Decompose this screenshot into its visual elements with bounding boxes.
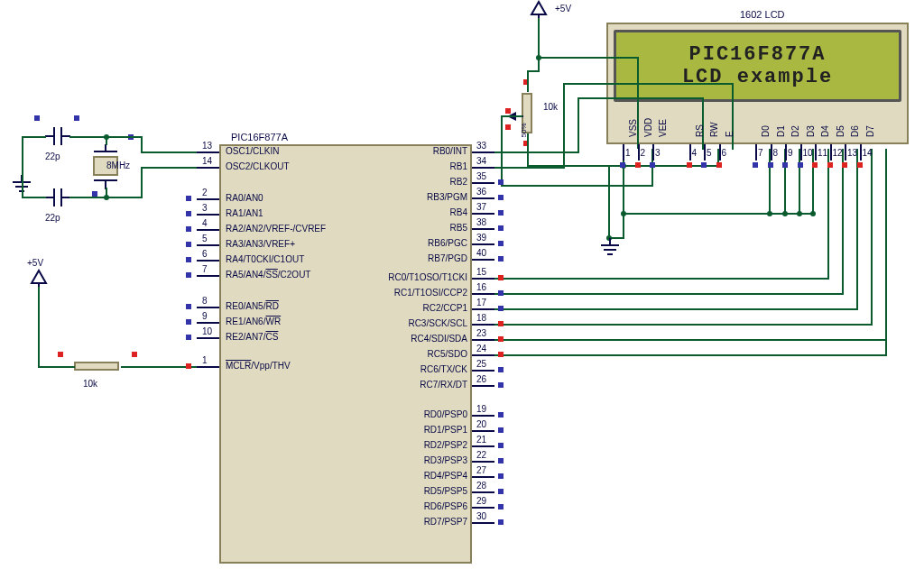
lcd-line1: PIC16F877A: [688, 43, 826, 66]
pin-term-5: [186, 242, 191, 247]
pin-label-16: RC1/T1OSI/CCP2: [394, 288, 467, 298]
mcu-title: PIC16F877A: [231, 132, 288, 142]
pin-term-19: [498, 412, 504, 418]
pin-num-8: 8: [202, 296, 208, 306]
lcd-pin-num-14: 14: [863, 148, 873, 158]
svg-marker-2: [32, 271, 46, 283]
pin-term-7: [186, 272, 191, 278]
pin-label-17: RC2/CCP1: [423, 303, 467, 313]
pin-label-26: RC7/RX/DT: [420, 380, 467, 390]
pin-num-5: 5: [202, 234, 208, 243]
r-mclr-label: 10k: [83, 379, 97, 389]
pin-label-3: RA1/AN1: [226, 208, 263, 218]
lcd-pin-term-10: [798, 162, 803, 168]
pin-label-24: RC5/SDO: [428, 349, 467, 359]
pin-label-10: RE2/AN7/CS: [226, 332, 278, 342]
pin-term-36: [498, 195, 504, 200]
lcd-pin-term-2: [635, 162, 641, 168]
pin-label-7: RA5/AN4/SS/C2OUT: [226, 270, 310, 280]
lcd-pin-term-5: [701, 162, 707, 168]
pin-label-39: RB6/PGC: [428, 238, 467, 248]
pin-label-25: RC6/TX/CK: [420, 364, 467, 374]
pin-label-33: RB0/INT: [433, 146, 467, 156]
pin-term-25: [498, 367, 504, 372]
pin-num-15: 15: [476, 267, 486, 277]
pin-num-25: 25: [476, 359, 486, 369]
pin-label-23: RC4/SDI/SDA: [411, 334, 467, 344]
lcd-pin-label-D6: D6: [850, 125, 860, 137]
pin-num-34: 34: [476, 156, 486, 166]
pot-label: 10k: [543, 102, 558, 112]
pin-num-10: 10: [202, 326, 212, 336]
lcd-pin-label-RS: RS: [695, 124, 705, 137]
pin-num-9: 9: [202, 311, 208, 321]
lcd-pin-num-10: 10: [803, 148, 813, 158]
pin-num-39: 39: [476, 233, 486, 243]
lcd-pin-num-7: 7: [758, 148, 763, 158]
lcd-pin-label-D2: D2: [790, 125, 800, 137]
resistor-mclr: [74, 362, 119, 371]
pin-label-36: RB3/PGM: [427, 192, 467, 202]
pin-num-17: 17: [476, 298, 486, 307]
pin-label-35: RB2: [450, 177, 467, 187]
pin-term-29: [498, 504, 504, 509]
pin-term-30: [498, 519, 504, 525]
pin-term-17: [498, 306, 504, 311]
pin-label-19: RD0/PSP0: [424, 409, 467, 419]
lcd-pin-num-12: 12: [833, 148, 843, 158]
lcd-pin-label-D4: D4: [820, 125, 830, 137]
pin-label-6: RA4/T0CKI/C1OUT: [226, 254, 304, 264]
pin-num-3: 3: [202, 203, 208, 213]
pin-term-24: [498, 352, 504, 357]
pin-num-35: 35: [476, 171, 486, 181]
pin-num-30: 30: [476, 511, 486, 521]
pin-label-40: RB7/PGD: [428, 253, 467, 263]
pin-label-18: RC3/SCK/SCL: [408, 318, 467, 328]
lcd-pin-term-13: [842, 162, 847, 168]
lcd-pin-label-VEE: VEE: [658, 119, 668, 137]
pin-num-21: 21: [476, 435, 486, 445]
pin-num-19: 19: [476, 404, 486, 414]
pin-term-10: [186, 335, 191, 340]
pot-wiper-arrow: [507, 112, 523, 123]
r-mclr-l: [58, 352, 63, 357]
c1-term-l: [34, 115, 40, 121]
pin-num-28: 28: [476, 481, 486, 491]
lcd-pin-label-VDD: VDD: [643, 118, 653, 137]
lcd-screen: PIC16F877A LCD example: [614, 30, 901, 102]
lcd-pin-term-6: [716, 162, 722, 168]
lcd-pin-num-6: 6: [722, 148, 727, 158]
pin-num-13: 13: [202, 141, 212, 151]
lcd-pin-num-2: 2: [641, 148, 646, 158]
pin-num-4: 4: [202, 218, 208, 228]
pin-term-37: [498, 210, 504, 216]
pin-term-16: [498, 290, 504, 296]
pin-term-20: [498, 427, 504, 433]
pin-num-40: 40: [476, 248, 486, 258]
pot-w2: [505, 124, 511, 130]
lcd-pin-label-VSS: VSS: [628, 119, 638, 137]
lcd-title: 1602 LCD: [740, 9, 785, 20]
lcd-pin-label-RW: RW: [709, 123, 719, 137]
lcd-pin-term-9: [782, 162, 788, 168]
lcd-pin-term-1: [620, 162, 625, 168]
lcd-pin-term-14: [857, 162, 863, 168]
pin-num-37: 37: [476, 202, 486, 212]
pin-term-23: [498, 336, 504, 342]
lcd-line2: LCD example: [682, 66, 833, 88]
pin-num-23: 23: [476, 328, 486, 338]
pin-term-2: [186, 196, 191, 201]
pin-term-39: [498, 241, 504, 246]
pin-term-27: [498, 473, 504, 479]
pin-label-14: OSC2/CLKOUT: [226, 161, 290, 171]
pin-term-18: [498, 321, 504, 326]
pin-term-9: [186, 319, 191, 325]
pin-num-27: 27: [476, 465, 486, 475]
pin-label-28: RD5/PSP5: [424, 486, 467, 496]
pin-term-6: [186, 257, 191, 262]
lcd-pin-term-3: [650, 162, 655, 168]
lcd-pin-label-E: E: [725, 131, 735, 137]
pin-label-9: RE1/AN6/WR: [226, 317, 281, 326]
pin-label-38: RB5: [450, 223, 467, 233]
pin-num-1: 1: [202, 355, 208, 365]
